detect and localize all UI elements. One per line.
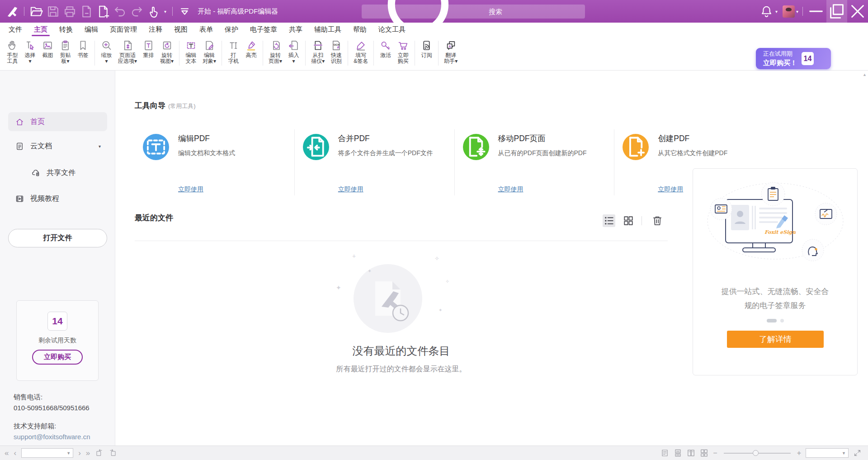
- toolbar-button-select-tool[interactable]: 选择 ▾: [21, 36, 39, 70]
- ribbon-toolbar: 手型 工具选择 ▾截图剪贴 板▾书签缩放 ▾页面适 应选项▾重排旋转 视图▾编辑…: [0, 36, 868, 71]
- toolbar-button-edit-object[interactable]: 编辑 对象▾: [200, 36, 219, 70]
- menu-tab-转换[interactable]: 转换: [53, 23, 79, 36]
- grid-view-button[interactable]: [622, 214, 635, 227]
- tool-card-编辑PDF[interactable]: 编辑PDF编辑文档和文本格式立即使用: [135, 128, 294, 196]
- menu-tab-共享[interactable]: 共享: [283, 23, 308, 36]
- facing-continuous-view-button[interactable]: [700, 449, 708, 457]
- sidebar-item-共享文件[interactable]: 共享文件: [8, 163, 123, 182]
- sidebar-item-首页[interactable]: 首页: [8, 112, 107, 131]
- scrollbar-up-arrow[interactable]: ▲: [863, 72, 867, 77]
- next-page-button[interactable]: ›: [78, 449, 81, 457]
- facing-view-button[interactable]: [687, 449, 695, 457]
- menu-tab-主页[interactable]: 主页: [28, 23, 53, 36]
- toolbar-button-edit-text[interactable]: 编辑 文本: [182, 36, 200, 70]
- toolbar-button-fill-sign[interactable]: 填写 &签名: [351, 36, 371, 70]
- foxit-logo-icon[interactable]: [5, 4, 19, 19]
- touch-select-caret-icon[interactable]: ▾: [164, 9, 166, 14]
- folder-open-icon[interactable]: [29, 4, 44, 19]
- toolbar-button-snapshot[interactable]: 截图: [39, 36, 57, 70]
- toolbar-button-rotate-page[interactable]: 旋转 页面▾: [266, 36, 285, 70]
- menu-tab-保护[interactable]: 保护: [219, 23, 244, 36]
- buy-now-button[interactable]: 立即购买: [32, 350, 83, 365]
- toolbar-button-hand-tool[interactable]: 手型 工具: [4, 36, 21, 70]
- touch-select-icon[interactable]: [146, 4, 161, 19]
- toolbar-button-subscribe[interactable]: 订阅: [418, 36, 435, 70]
- menu-tab-视图[interactable]: 视图: [168, 23, 193, 36]
- fullscreen-button[interactable]: [853, 449, 862, 457]
- clear-recent-trash-button[interactable]: [651, 214, 664, 227]
- menu-tab-论文工具[interactable]: 论文工具: [373, 23, 411, 36]
- bell-caret-icon[interactable]: ▾: [775, 9, 778, 14]
- toolbar-button-typewriter[interactable]: 打 字机: [225, 36, 242, 70]
- expand-caret-icon[interactable]: ▾: [99, 144, 101, 149]
- toolbar-button-insert-page[interactable]: 插入 ▾: [285, 36, 302, 70]
- collapse-ribbon-icon[interactable]: [177, 4, 192, 19]
- menu-tab-页面管理[interactable]: 页面管理: [104, 23, 143, 36]
- use-now-link[interactable]: 立即使用: [178, 185, 203, 194]
- toolbar-button-reflow[interactable]: 重排: [140, 36, 157, 70]
- menu-tab-编辑[interactable]: 编辑: [79, 23, 104, 36]
- list-view-button[interactable]: [603, 214, 615, 227]
- menu-tab-电子签章[interactable]: 电子签章: [244, 23, 283, 36]
- page-number-combobox[interactable]: ▼: [21, 448, 73, 458]
- zoom-in-button[interactable]: +: [797, 449, 801, 457]
- support-email-link[interactable]: support@foxitsoftware.cn: [14, 432, 90, 442]
- previous-page-button[interactable]: ‹: [14, 449, 16, 457]
- zoom-out-button[interactable]: −: [713, 449, 717, 457]
- close-button[interactable]: [847, 0, 868, 23]
- next-view-button[interactable]: [108, 449, 117, 457]
- toolbar-button-clipboard[interactable]: 剪贴 板▾: [57, 36, 74, 70]
- continuous-view-button[interactable]: [674, 449, 682, 457]
- carousel-dot[interactable]: [780, 319, 784, 322]
- minimize-button[interactable]: [806, 0, 826, 23]
- use-now-link[interactable]: 立即使用: [658, 185, 683, 194]
- tool-card-合并PDF[interactable]: 合并PDF将多个文件合并生成一个PDF文件立即使用: [295, 128, 454, 196]
- sidebar-item-视频教程[interactable]: 视频教程: [8, 189, 107, 208]
- search-box[interactable]: [362, 5, 585, 19]
- tool-card-移动PDF页面[interactable]: 移动PDF页面从已有的PDF页面创建新的PDF立即使用: [455, 128, 614, 196]
- toolbar-button-label: 快速 识别: [331, 52, 342, 64]
- svg-text:OCR: OCR: [334, 43, 340, 46]
- trial-banner[interactable]: 正在试用期 立即购买！ 14: [756, 48, 831, 69]
- toolbar-button-scanner[interactable]: 从扫 描仪▾: [308, 36, 327, 70]
- menu-tab-注释[interactable]: 注释: [143, 23, 168, 36]
- menu-tab-文件[interactable]: 文件: [3, 23, 28, 36]
- user-avatar[interactable]: [783, 5, 795, 18]
- use-now-link[interactable]: 立即使用: [338, 185, 363, 194]
- toolbar-button-highlight[interactable]: 高亮: [242, 36, 260, 70]
- avatar-caret-icon[interactable]: ▾: [796, 9, 798, 14]
- toolbar-button-ocr[interactable]: OCR快速 识别: [327, 36, 345, 70]
- toolbar-button-zoom-tool[interactable]: 缩放 ▾: [98, 36, 115, 70]
- previous-view-button[interactable]: [95, 449, 104, 457]
- rotate-page-icon: [269, 39, 282, 52]
- menu-tab-帮助[interactable]: 帮助: [347, 23, 373, 36]
- menu-tab-辅助工具[interactable]: 辅助工具: [308, 23, 347, 36]
- menu-tab-表单[interactable]: 表单: [193, 23, 219, 36]
- sidebar-item-云文档[interactable]: 云文档▾: [8, 137, 107, 156]
- first-page-button[interactable]: «: [5, 449, 9, 457]
- open-file-button[interactable]: 打开文件: [8, 229, 107, 247]
- toolbar-button-activate[interactable]: 激活: [377, 36, 394, 70]
- carousel-dot-active[interactable]: [767, 319, 777, 322]
- toolbar-button-bookmark[interactable]: 书签: [74, 36, 92, 70]
- page-new-icon[interactable]: [96, 4, 111, 19]
- toolbar-button-rotate-view[interactable]: 旋转 视图▾: [157, 36, 176, 70]
- combobox-caret-icon: ▼: [842, 451, 846, 455]
- zoom-slider-thumb[interactable]: [753, 450, 759, 456]
- search-input[interactable]: [488, 7, 580, 16]
- zoom-slider[interactable]: [724, 453, 791, 454]
- learn-more-button[interactable]: 了解详情: [727, 331, 824, 348]
- toolbar-button-cart[interactable]: 立即 购买: [394, 36, 412, 70]
- last-page-button[interactable]: »: [86, 449, 90, 457]
- use-now-link[interactable]: 立即使用: [498, 185, 524, 194]
- notifications-bell-icon[interactable]: [759, 4, 774, 19]
- single-page-view-button[interactable]: [660, 449, 669, 457]
- toolbar-group-separator: [415, 41, 415, 66]
- toolbar-button-fit-page[interactable]: 页面适 应选项▾: [115, 36, 140, 70]
- zoom-level-combobox[interactable]: ▼: [806, 448, 849, 458]
- status-bar: « ‹ ▼ › » − + ▼: [0, 446, 868, 460]
- maximize-restore-button[interactable]: [826, 0, 847, 23]
- hand-tool-icon: [6, 39, 19, 52]
- toolbar-button-translate[interactable]: A翻译 助手▾: [441, 36, 460, 70]
- toolbar-button-label: 手型 工具: [7, 52, 18, 64]
